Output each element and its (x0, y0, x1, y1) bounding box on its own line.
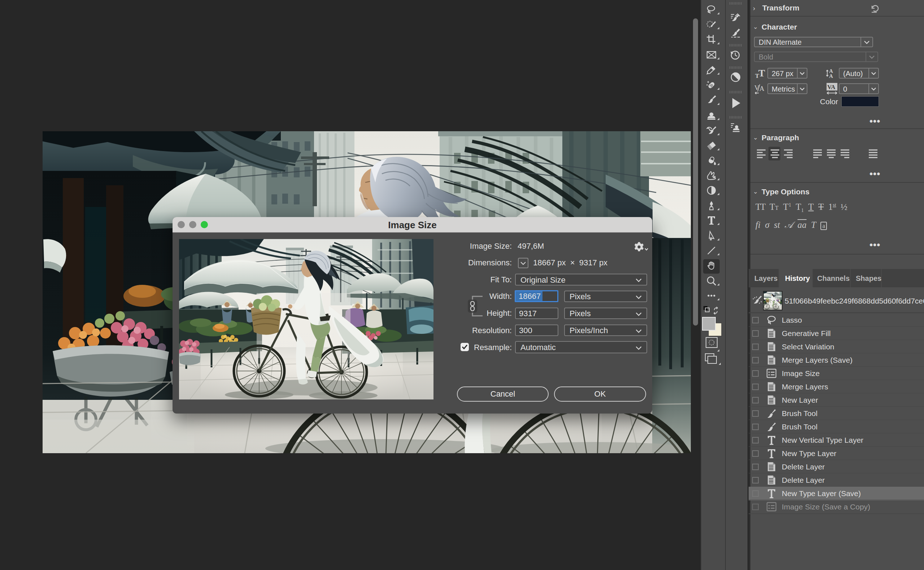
svg-text:VA: VA (827, 84, 836, 90)
svg-text:T: T (758, 69, 765, 78)
svg-text:A: A (759, 85, 764, 92)
svg-text:A: A (829, 73, 833, 78)
